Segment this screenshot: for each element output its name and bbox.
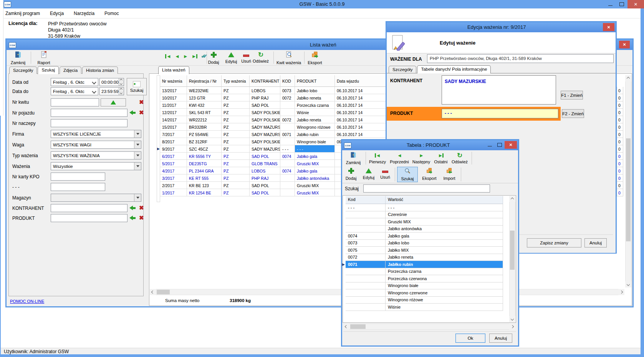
table-cell[interactable]: Wiśnie (386, 304, 503, 311)
table-cell[interactable]: PZ (222, 153, 250, 160)
scroll-down-button[interactable] (509, 316, 515, 322)
clear-produkt-icon[interactable]: ✖ (139, 214, 144, 221)
dodaj-button[interactable]: Dodaj (205, 51, 222, 65)
table-cell[interactable]: 0071 (280, 131, 295, 138)
table-cell[interactable] (346, 282, 386, 290)
magazyn-combo[interactable] (51, 194, 141, 202)
scroll-up-button[interactable] (509, 196, 515, 202)
table-cell[interactable]: SKL 543 RT (187, 109, 222, 116)
table-cell[interactable]: 0072 (280, 116, 295, 123)
table-cell[interactable]: SAD POL (250, 189, 280, 196)
table-cell[interactable]: LOBOS (250, 87, 280, 94)
produkt-szukaj-button[interactable]: Szukaj (397, 167, 418, 181)
produkt-maximize-button[interactable] (495, 141, 505, 149)
table-cell[interactable]: Czereśnie (386, 211, 503, 219)
table-cell[interactable]: GLOB TRANS (250, 160, 280, 167)
arrow-left-icon[interactable] (129, 206, 136, 211)
raport-button[interactable]: Raport (34, 51, 54, 65)
table-cell[interactable]: PZ (222, 189, 250, 196)
table-cell[interactable]: BZ 312RF (187, 138, 222, 145)
table-cell[interactable]: LOBOS (250, 167, 280, 174)
clear-kontrahent-icon[interactable]: ✖ (139, 204, 144, 211)
table-cell[interactable]: KE RT 555 (187, 174, 222, 182)
table-cell[interactable]: 0074 (280, 153, 295, 160)
spin-up-icon[interactable] (119, 78, 124, 82)
scrollbar-thumb[interactable] (350, 324, 366, 329)
table-cell[interactable]: 15/2017 (160, 123, 187, 131)
f1-zmien-button[interactable]: F1 - Zmień (561, 91, 583, 100)
table-cell[interactable]: Jabłko reneta (386, 254, 503, 261)
table-cell[interactable]: PZ (222, 167, 250, 174)
nr-naczepy-input[interactable] (51, 119, 127, 127)
nr-kwitu-input[interactable] (51, 98, 99, 106)
tab-szczegoly[interactable]: Szczegóły (9, 66, 37, 74)
table-cell[interactable]: PZ (222, 123, 250, 131)
table-cell[interactable]: - - - (280, 145, 295, 153)
tab-tabele-danych[interactable]: Tabele danych/ Pola informacyjne (417, 65, 491, 73)
table-cell[interactable]: Winogrono różowe (386, 297, 503, 304)
table-cell[interactable]: PZ 554WE (187, 131, 222, 138)
table-cell[interactable]: Jabłko rubin (295, 131, 335, 138)
table-cell[interactable]: 13/2017 (160, 87, 187, 94)
table-cell[interactable]: - - - (386, 204, 503, 211)
table-cell[interactable]: 4/2017 (160, 167, 187, 174)
table-cell[interactable]: 0073 (280, 87, 295, 94)
waga-combo[interactable]: WSZYSTKIE WAGI (51, 141, 141, 149)
produkt-dodaj-button[interactable]: Dodaj (343, 167, 359, 181)
column-header-2[interactable]: Typ ważenia (222, 75, 250, 87)
pierwszy-button[interactable]: ◄ Pierwszy (368, 151, 387, 164)
tab-lista-wazen[interactable]: Lista ważeń (158, 66, 189, 74)
table-cell[interactable]: Porzeczka czerwona (386, 275, 503, 282)
ok-button[interactable]: Ok (455, 334, 485, 343)
tab-historia-zmian[interactable]: Historia zmian (82, 66, 118, 74)
table-cell[interactable]: PZ (222, 94, 250, 101)
table-cell[interactable]: Winogrono czerwone (386, 289, 503, 297)
produkt-zamknij-button[interactable]: Zamknij (343, 151, 363, 165)
pomoc-online-link[interactable]: POMOC ON-LINE (10, 299, 44, 304)
table-cell[interactable]: - - - (295, 145, 335, 153)
table-cell[interactable]: 06.10.2017 14 (335, 131, 389, 138)
menu-item-2[interactable]: Narzędzia (74, 11, 94, 16)
table-cell[interactable]: 2/2017 (160, 182, 187, 189)
table-cell[interactable]: 0071 (346, 261, 386, 268)
anuluj-button-produkt[interactable]: Anuluj (489, 334, 512, 343)
previous-record-icon[interactable]: ◄ (175, 53, 179, 59)
table-cell[interactable]: Gruszki MIX (386, 218, 503, 226)
table-cell[interactable]: Jabłko MIX (386, 247, 503, 254)
odswiez-button[interactable]: ↻ Odśwież (251, 51, 270, 63)
table-cell[interactable]: Jabłko gala (295, 167, 335, 174)
typ-wazenia-combo[interactable]: WSZYSTKIE WAŻENIA (51, 151, 141, 159)
table-cell[interactable]: Jabłko antonówka (295, 174, 335, 182)
column-header-1[interactable]: Wartość (386, 196, 503, 204)
table-cell[interactable]: Jabłko lobo (295, 87, 335, 94)
scroll-down-button[interactable] (625, 281, 631, 287)
clear-pojazd-icon[interactable]: ✖ (139, 109, 144, 116)
kwit-up-button[interactable] (101, 98, 126, 106)
produkt-szukaj-input[interactable] (363, 184, 490, 193)
ostatni-button[interactable]: ► Ostatni (432, 151, 449, 164)
dropdown-button[interactable] (134, 141, 141, 148)
close-button[interactable]: × (627, 0, 644, 8)
dropdown-button[interactable] (134, 152, 141, 159)
scroll-up-button[interactable] (625, 75, 631, 81)
table-cell[interactable]: SZC 45CZ (187, 145, 222, 153)
table-cell[interactable]: PZ (222, 160, 250, 167)
dropdown-button[interactable] (134, 163, 141, 170)
table-cell[interactable]: SADY POLSKIE (250, 116, 280, 123)
table-cell[interactable] (346, 297, 386, 304)
table-cell[interactable]: 0075 (346, 247, 386, 254)
spin-up-icon[interactable] (119, 88, 124, 91)
table-cell[interactable]: PZ (222, 101, 250, 109)
table-cell[interactable] (280, 109, 295, 116)
table-cell[interactable]: Wiśnie (295, 109, 335, 116)
table-cell[interactable]: 06.10.2017 14 (335, 116, 389, 123)
table-cell[interactable]: Jabłko antonówka (386, 226, 503, 233)
table-cell[interactable]: 10/2017 (160, 94, 187, 101)
kwit-wazenia-button[interactable]: Kwit ważenia (275, 51, 303, 65)
table-cell[interactable]: Jabłko gala (295, 153, 335, 160)
table-cell[interactable]: SADY MAZURSKIE (250, 145, 280, 153)
table-cell[interactable]: SADY MAZURSKIE (250, 131, 280, 138)
scroll-right-button[interactable] (509, 324, 515, 330)
column-header-0[interactable]: Kod (346, 196, 386, 204)
clear-kwit-icon[interactable]: ✖ (139, 99, 144, 106)
